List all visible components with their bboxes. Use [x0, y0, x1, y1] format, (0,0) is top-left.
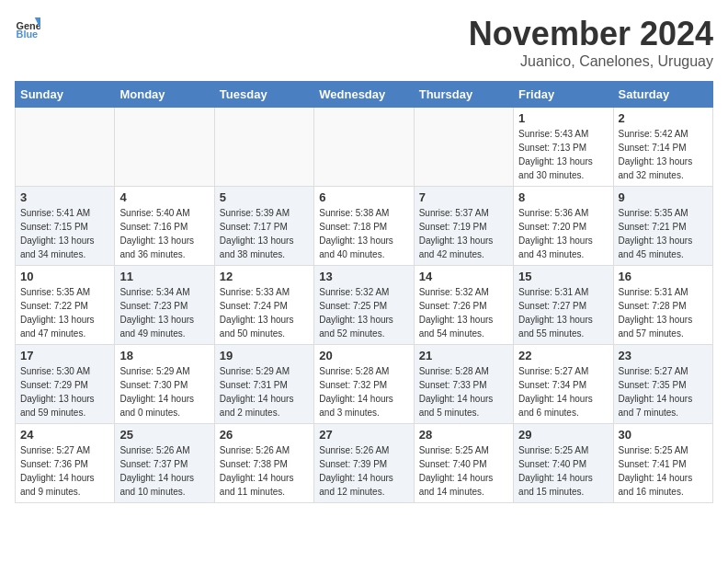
day-number: 9 — [619, 190, 708, 204]
cell-info-line: Daylight: 13 hours — [619, 313, 708, 327]
cell-info-line: Daylight: 13 hours — [518, 155, 608, 168]
calendar-cell: 2Sunrise: 5:42 AMSunset: 7:14 PMDaylight… — [613, 108, 712, 187]
day-number: 27 — [319, 428, 408, 442]
cell-info-line: and 9 minutes. — [20, 485, 109, 499]
cell-info-line: Sunrise: 5:25 AM — [518, 443, 608, 457]
cell-info-line: and 59 minutes. — [20, 406, 109, 419]
day-number: 6 — [319, 190, 408, 204]
cell-info-line: Sunrise: 5:39 AM — [220, 206, 309, 220]
day-number: 30 — [619, 428, 708, 442]
cell-info-line: Sunrise: 5:26 AM — [220, 443, 309, 457]
calendar-cell: 7Sunrise: 5:37 AMSunset: 7:19 PMDaylight… — [414, 187, 513, 266]
cell-info-line: Sunset: 7:13 PM — [518, 141, 608, 155]
day-number: 25 — [119, 428, 209, 442]
header-cell-thursday: Thursday — [414, 82, 513, 108]
cell-info-line: Daylight: 13 hours — [518, 234, 608, 247]
cell-info-line: Sunrise: 5:26 AM — [319, 443, 408, 457]
cell-info-line: Daylight: 13 hours — [518, 313, 608, 327]
cell-info-line: and 16 minutes. — [619, 485, 708, 499]
cell-info-line: Sunset: 7:22 PM — [20, 299, 109, 313]
cell-info-line: Sunset: 7:14 PM — [619, 141, 708, 155]
cell-info-line: and 43 minutes. — [518, 247, 608, 261]
cell-info-line: Sunrise: 5:31 AM — [619, 285, 708, 299]
calendar-cell: 22Sunrise: 5:27 AMSunset: 7:34 PMDayligh… — [514, 345, 613, 424]
calendar-cell: 26Sunrise: 5:26 AMSunset: 7:38 PMDayligh… — [214, 424, 313, 503]
cell-info-line: Sunset: 7:24 PM — [220, 299, 309, 313]
cell-info-line: Sunrise: 5:33 AM — [220, 285, 309, 299]
day-number: 17 — [20, 349, 109, 362]
cell-info-line: Sunrise: 5:28 AM — [419, 364, 508, 378]
cell-info-line: Daylight: 13 hours — [220, 313, 309, 327]
cell-info-line: Sunset: 7:25 PM — [319, 299, 408, 313]
cell-info-line: and 52 minutes. — [319, 327, 408, 340]
calendar-cell: 18Sunrise: 5:29 AMSunset: 7:30 PMDayligh… — [115, 345, 214, 424]
calendar-cell: 23Sunrise: 5:27 AMSunset: 7:35 PMDayligh… — [613, 345, 712, 424]
cell-info-line: Sunset: 7:28 PM — [619, 299, 708, 313]
cell-info-line: Daylight: 13 hours — [319, 234, 408, 247]
cell-info-line: Daylight: 14 hours — [20, 471, 109, 485]
cell-info-line: and 7 minutes. — [619, 406, 708, 419]
calendar-cell — [214, 108, 313, 187]
cell-info-line: and 55 minutes. — [518, 327, 608, 340]
calendar-cell — [115, 108, 214, 187]
calendar-row-4: 24Sunrise: 5:27 AMSunset: 7:36 PMDayligh… — [16, 424, 713, 503]
cell-info-line: Sunset: 7:41 PM — [619, 457, 708, 471]
cell-info-line: Daylight: 13 hours — [419, 234, 508, 247]
day-number: 29 — [518, 428, 608, 442]
cell-info-line: Daylight: 13 hours — [419, 313, 508, 327]
cell-info-line: Daylight: 14 hours — [220, 392, 309, 406]
day-number: 16 — [619, 270, 708, 283]
cell-info-line: Sunrise: 5:35 AM — [20, 285, 109, 299]
logo: General Blue — [15, 15, 40, 40]
cell-info-line: Daylight: 13 hours — [319, 313, 408, 327]
cell-info-line: and 50 minutes. — [220, 327, 309, 340]
calendar-row-0: 1Sunrise: 5:43 AMSunset: 7:13 PMDaylight… — [16, 108, 713, 187]
calendar-row-3: 17Sunrise: 5:30 AMSunset: 7:29 PMDayligh… — [16, 345, 713, 424]
cell-info-line: Sunset: 7:36 PM — [20, 457, 109, 471]
cell-info-line: Sunrise: 5:25 AM — [619, 443, 708, 457]
calendar-cell: 24Sunrise: 5:27 AMSunset: 7:36 PMDayligh… — [16, 424, 115, 503]
calendar-cell: 13Sunrise: 5:32 AMSunset: 7:25 PMDayligh… — [314, 266, 414, 345]
cell-info-line: Daylight: 14 hours — [518, 392, 608, 406]
logo-icon: General Blue — [15, 15, 40, 40]
cell-info-line: Sunset: 7:30 PM — [119, 378, 209, 392]
cell-info-line: and 6 minutes. — [518, 406, 608, 419]
calendar-cell: 3Sunrise: 5:41 AMSunset: 7:15 PMDaylight… — [16, 187, 115, 266]
cell-info-line: and 5 minutes. — [419, 406, 508, 419]
cell-info-line: Daylight: 14 hours — [518, 471, 608, 485]
cell-info-line: Sunset: 7:17 PM — [220, 220, 309, 234]
cell-info-line: Sunset: 7:40 PM — [518, 457, 608, 471]
day-number: 22 — [518, 349, 608, 362]
cell-info-line: Sunrise: 5:27 AM — [619, 364, 708, 378]
day-number: 12 — [220, 270, 309, 283]
day-number: 8 — [518, 190, 608, 204]
calendar-cell: 19Sunrise: 5:29 AMSunset: 7:31 PMDayligh… — [214, 345, 313, 424]
cell-info-line: Daylight: 13 hours — [20, 313, 109, 327]
cell-info-line: and 47 minutes. — [20, 327, 109, 340]
calendar-cell: 6Sunrise: 5:38 AMSunset: 7:18 PMDaylight… — [314, 187, 414, 266]
calendar-cell — [314, 108, 414, 187]
month-title: November 2024 — [469, 15, 713, 53]
cell-info-line: Sunset: 7:39 PM — [319, 457, 408, 471]
day-number: 13 — [319, 270, 408, 283]
cell-info-line: Sunrise: 5:27 AM — [518, 364, 608, 378]
day-number: 20 — [319, 349, 408, 362]
calendar-cell: 25Sunrise: 5:26 AMSunset: 7:37 PMDayligh… — [115, 424, 214, 503]
day-number: 11 — [119, 270, 209, 283]
svg-text:Blue: Blue — [17, 29, 39, 40]
cell-info-line: Daylight: 14 hours — [619, 392, 708, 406]
title-area: November 2024 Juanico, Canelones, Urugua… — [469, 15, 713, 70]
cell-info-line: Sunset: 7:15 PM — [20, 220, 109, 234]
cell-info-line: Sunset: 7:23 PM — [119, 299, 209, 313]
cell-info-line: and 11 minutes. — [220, 485, 309, 499]
header-cell-friday: Friday — [514, 82, 613, 108]
cell-info-line: Daylight: 13 hours — [619, 155, 708, 168]
day-number: 4 — [119, 190, 209, 204]
calendar-cell: 21Sunrise: 5:28 AMSunset: 7:33 PMDayligh… — [414, 345, 513, 424]
calendar-table: SundayMondayTuesdayWednesdayThursdayFrid… — [15, 81, 713, 503]
cell-info-line: Daylight: 13 hours — [220, 234, 309, 247]
cell-info-line: Sunset: 7:35 PM — [619, 378, 708, 392]
cell-info-line: Sunset: 7:20 PM — [518, 220, 608, 234]
cell-info-line: and 54 minutes. — [419, 327, 508, 340]
cell-info-line: and 3 minutes. — [319, 406, 408, 419]
